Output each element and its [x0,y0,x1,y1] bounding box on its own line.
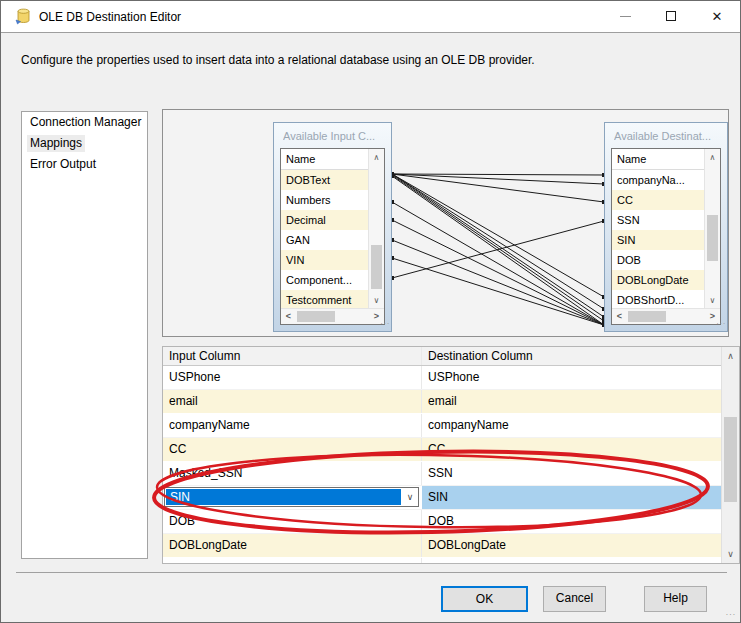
available-input-columns-box[interactable]: Available Input C... Name DOBText Number… [273,122,392,332]
table-row[interactable]: DOBShortDate DOBShortDate [163,558,722,563]
help-button[interactable]: Help [644,586,707,612]
mappings-grid: Input Column Destination Column USPhone … [162,346,740,564]
list-item[interactable]: Decimal [281,210,369,230]
list-item[interactable]: SSN [612,210,705,230]
grid-header-row: Input Column Destination Column [163,347,722,366]
input-list-vertical-scrollbar[interactable]: ∧ ∨ [368,149,384,309]
list-item[interactable]: Component... [281,270,369,290]
list-item[interactable]: CC [612,190,705,210]
scrollbar-thumb[interactable] [371,245,382,289]
scrollbar-thumb[interactable] [297,311,335,322]
chevron-down-icon[interactable]: ∨ [402,488,418,506]
database-icon [14,7,33,26]
table-row[interactable]: DOB DOB [163,510,722,534]
destination-list-horizontal-scrollbar[interactable]: < > [612,308,720,324]
scroll-up-icon[interactable]: ∧ [722,348,739,364]
destination-list-header: Name [612,149,705,170]
sidebar-item-connection-manager[interactable]: Connection Manager [22,112,147,133]
list-item[interactable]: Testcomment [281,290,369,309]
destination-list-vertical-scrollbar[interactable]: ∧ ∨ [704,149,720,309]
destination-column-header: Destination Column [421,347,722,365]
scrollbar-thumb[interactable] [628,311,666,322]
input-columns-list: Name DOBText Numbers Decimal GAN VIN Com… [280,148,385,325]
list-item[interactable]: DOBText [281,170,369,190]
scrollbar-thumb[interactable] [724,417,737,502]
input-columns-rows: Name DOBText Numbers Decimal GAN VIN Com… [281,149,369,309]
list-item[interactable]: companyNa... [612,170,705,190]
minimize-button[interactable] [602,1,648,31]
sidebar-item-error-output[interactable]: Error Output [22,154,147,175]
scroll-down-icon[interactable]: ∨ [722,546,739,562]
available-destination-columns-box[interactable]: Available Destinat... Name companyNa... … [604,122,728,332]
table-row-selected-sin[interactable]: SIN ∨ SIN [163,486,722,510]
input-column-header: Input Column [163,347,421,365]
list-item[interactable]: DOBShortD... [612,290,705,309]
destination-columns-list: Name companyNa... CC SSN SIN DOB DOBLong… [611,148,721,325]
scroll-left-icon[interactable]: < [612,309,627,324]
table-row[interactable]: USPhone USPhone [163,366,722,390]
window-resize-grip-icon[interactable]: ∙∙∙ [725,609,736,619]
input-list-horizontal-scrollbar[interactable]: < > [281,308,384,324]
close-button[interactable]: ✕ [694,1,740,31]
grid-vertical-scrollbar[interactable]: ∧ ∨ [721,347,739,563]
maximize-button[interactable] [648,1,694,31]
selected-destination-cell: SIN [421,486,722,509]
pages-list: Connection Manager Mappings Error Output [21,111,148,559]
cancel-button[interactable]: Cancel [543,586,606,612]
table-row[interactable]: email email [163,390,722,414]
table-row[interactable]: companyName companyName [163,414,722,438]
input-list-header: Name [281,149,369,170]
window-title: OLE DB Destination Editor [39,10,181,24]
mapping-canvas: Available Input C... Name DOBText Number… [162,109,729,337]
ok-button[interactable]: OK [441,586,528,612]
title-bar: OLE DB Destination Editor ✕ [1,1,740,33]
destination-box-title: Available Destinat... [614,130,711,142]
maximize-icon [666,11,676,21]
dialog-description: Configure the properties used to insert … [21,53,711,67]
resize-grip-icon[interactable]: ∙∙∙ [380,319,390,329]
sin-input-combobox[interactable]: SIN ∨ [164,487,419,507]
list-item[interactable]: GAN [281,230,369,250]
table-row[interactable]: CC CC [163,438,722,462]
list-item[interactable]: DOB [612,250,705,270]
minimize-icon [620,16,631,17]
close-icon: ✕ [712,9,723,24]
list-item[interactable]: VIN [281,250,369,270]
list-item[interactable]: Numbers [281,190,369,210]
table-row[interactable]: DOBLongDate DOBLongDate [163,534,722,558]
table-row[interactable]: Masked_SSN SSN [163,462,722,486]
input-box-title: Available Input C... [283,130,375,142]
scroll-up-icon[interactable]: ∧ [705,150,720,165]
scroll-down-icon[interactable]: ∨ [705,293,720,308]
combobox-value: SIN [166,489,401,505]
mappings-grid-body: Input Column Destination Column USPhone … [163,347,722,563]
list-item[interactable]: DOBLongDate [612,270,705,290]
destination-columns-rows: Name companyNa... CC SSN SIN DOB DOBLong… [612,149,705,309]
scroll-up-icon[interactable]: ∧ [369,150,384,165]
sidebar-item-mappings[interactable]: Mappings [22,133,147,154]
footer-separator [16,572,727,573]
resize-grip-icon[interactable]: ∙∙∙ [716,319,726,329]
scroll-down-icon[interactable]: ∨ [369,293,384,308]
scroll-left-icon[interactable]: < [281,309,296,324]
list-item[interactable]: SIN [612,230,705,250]
ole-db-destination-editor-dialog: OLE DB Destination Editor ✕ Configure th… [0,0,741,623]
scrollbar-thumb[interactable] [707,215,718,261]
